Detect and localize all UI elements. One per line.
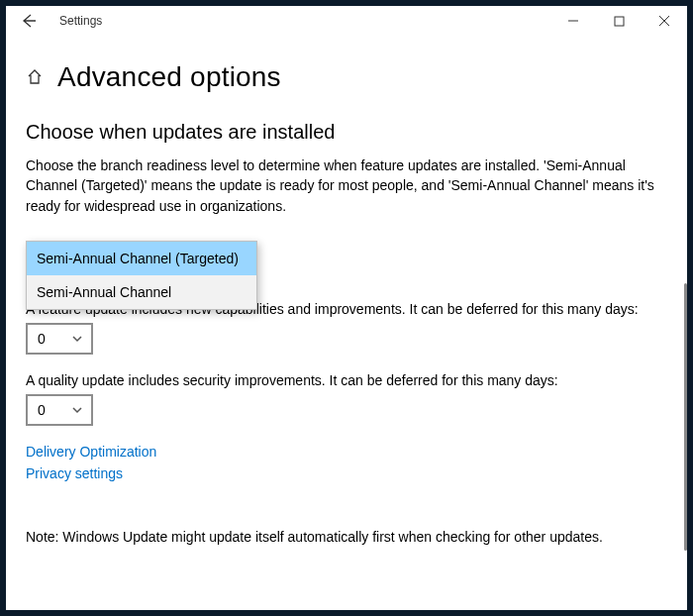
page-header: Advanced options [26,61,667,93]
home-icon[interactable] [26,67,44,88]
back-button[interactable] [14,6,44,36]
titlebar: Settings [6,6,687,36]
vertical-scrollbar[interactable] [684,283,687,551]
page-title: Advanced options [57,61,281,93]
links-block: Delivery Optimization Privacy settings [26,444,667,481]
feature-update-defer-select[interactable]: 0 [26,323,93,355]
minimize-button[interactable] [550,6,596,36]
window-controls [550,6,687,36]
delivery-optimization-link[interactable]: Delivery Optimization [26,444,667,460]
svg-rect-0 [615,17,624,26]
app-title: Settings [59,14,102,28]
branch-option-targeted[interactable]: Semi-Annual Channel (Targeted) [27,242,256,275]
privacy-settings-link[interactable]: Privacy settings [26,465,667,481]
quality-update-text: A quality update includes security impro… [26,372,667,388]
branch-dropdown-open[interactable]: Semi-Annual Channel (Targeted) Semi-Annu… [26,241,257,310]
section-title: Choose when updates are installed [26,121,667,144]
close-button[interactable] [642,6,687,36]
settings-window: Settings Advanced options Choose when up… [6,6,687,610]
quality-update-defer-value: 0 [38,402,46,418]
content-area: Advanced options Choose when updates are… [6,36,687,610]
maximize-icon [614,16,625,27]
feature-update-defer-value: 0 [38,331,46,347]
chevron-down-icon [71,404,83,416]
footer-note: Note: Windows Update might update itself… [26,529,667,545]
branch-option-channel[interactable]: Semi-Annual Channel [27,275,256,309]
back-arrow-icon [20,12,38,30]
titlebar-left: Settings [14,6,102,36]
section-description: Choose the branch readiness level to det… [26,155,659,216]
quality-update-defer-select[interactable]: 0 [26,394,93,426]
maximize-button[interactable] [596,6,642,36]
close-icon [658,15,670,27]
minimize-icon [567,15,579,27]
chevron-down-icon [71,333,83,345]
